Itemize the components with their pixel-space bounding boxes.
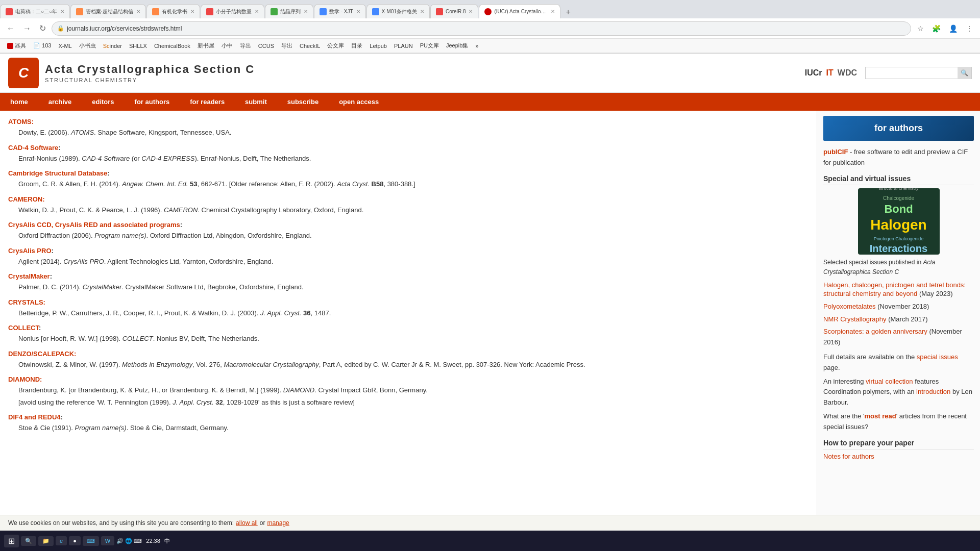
extensions-button[interactable]: 🧩 xyxy=(929,23,944,34)
search-button[interactable]: 🔍 xyxy=(958,67,971,79)
bookmark-scinder[interactable]: Scinder xyxy=(100,42,125,50)
nav-editors[interactable]: editors xyxy=(82,93,124,111)
tab-6[interactable]: 数学 - XJT ✕ xyxy=(314,4,366,18)
ref-denzo-title[interactable]: DENZO/SCALEPACK: xyxy=(8,350,808,358)
bookmark-letpub[interactable]: Letpub xyxy=(366,42,390,50)
ref-atoms-title[interactable]: ATOMS: xyxy=(8,118,808,126)
bookmark-ccus[interactable]: CCUS xyxy=(255,42,277,50)
header-iucr: IUCr xyxy=(805,68,822,78)
bookmark-xiao[interactable]: 小中 xyxy=(218,41,236,51)
ref-dif4-title[interactable]: DIF4 and REDU4: xyxy=(8,413,808,421)
tab-5[interactable]: 结晶序列 ✕ xyxy=(265,4,313,18)
ref-crysalis-pro-title[interactable]: CrysAlis PRO: xyxy=(8,247,808,255)
header-it: IT xyxy=(826,68,834,78)
taskbar-chrome[interactable]: ● xyxy=(69,536,81,545)
nav-for-authors[interactable]: for authors xyxy=(125,93,180,111)
most-read-link[interactable]: most read xyxy=(865,412,896,420)
ref-cameron-title[interactable]: CAMERON: xyxy=(8,195,808,203)
ref-cad4-entry: Enraf-Nonius (1989). CAD-4 Software (or … xyxy=(18,154,808,164)
bookmark-jeep[interactable]: Jeepib集 xyxy=(443,41,471,51)
bookmark-pulib[interactable]: PU文库 xyxy=(417,41,442,51)
tab-close-6[interactable]: ✕ xyxy=(356,9,360,14)
bookmark-xml[interactable]: X-ML xyxy=(55,42,75,50)
tab-close-7[interactable]: ✕ xyxy=(420,9,424,14)
tab-9-active[interactable]: (IUCr) Acta Crystallogra... ✕ xyxy=(479,4,560,18)
ref-cameron-entry: Watkin, D. J., Prout, C. K. & Pearce, L.… xyxy=(18,205,808,215)
ref-crysalis-assoc-title[interactable]: CrysAlis CCD, CrysAlis RED and associate… xyxy=(8,221,808,229)
ref-diamond-title[interactable]: DIAMOND: xyxy=(8,375,808,383)
taskbar-vscode[interactable]: ⌨ xyxy=(83,536,99,546)
issue-date-halogen: (May 2023) xyxy=(919,290,953,297)
address-bar[interactable]: 🔒 xyxy=(52,21,911,36)
cookie-manage-link[interactable]: manage xyxy=(267,519,289,527)
issue-date-nmr: (March 2017) xyxy=(888,315,927,323)
nav-submit[interactable]: submit xyxy=(235,93,277,111)
ref-cad4-title[interactable]: CAD-4 Software: xyxy=(8,144,808,152)
ref-cambridge-title[interactable]: Cambridge Structural Database: xyxy=(8,169,808,177)
taskbar-word[interactable]: W xyxy=(101,536,114,545)
tab-1[interactable]: 电荷稿：二○二○年 ✕ xyxy=(0,4,70,18)
nav-for-readers[interactable]: for readers xyxy=(180,93,235,111)
tab-close-4[interactable]: ✕ xyxy=(255,9,259,14)
bookmark-103[interactable]: 📄 103 xyxy=(30,41,54,50)
nav-home[interactable]: home xyxy=(0,93,38,111)
ref-crystalmaker-title[interactable]: CrystalMaker: xyxy=(8,272,808,280)
special-issues-caption: Selected special issues published in Act… xyxy=(823,258,974,277)
bookmark-xiaochong[interactable]: 小书虫 xyxy=(76,41,99,51)
cookie-allow-link[interactable]: allow all xyxy=(236,519,258,527)
bookmark-chembook[interactable]: ChemicalBook xyxy=(151,42,193,50)
special-issues-page-link[interactable]: special issues xyxy=(917,353,958,361)
issue-link-scorpio[interactable]: Scorpionates: a golden anniversary xyxy=(823,328,927,335)
bookmark-mulu[interactable]: 目录 xyxy=(348,41,365,51)
virtual-collection-link[interactable]: virtual collection xyxy=(866,378,913,385)
bookmark-gongu[interactable]: 公文库 xyxy=(324,41,347,51)
tab-2[interactable]: 管档案·超结晶结构信 ✕ xyxy=(70,4,146,18)
tab-close-9[interactable]: ✕ xyxy=(551,9,555,14)
address-input[interactable] xyxy=(67,25,905,32)
for-authors-banner[interactable]: for authors xyxy=(823,116,974,141)
tab-close-8[interactable]: ✕ xyxy=(469,9,473,14)
introduction-link[interactable]: introduction xyxy=(916,388,950,395)
nav-open-access[interactable]: open access xyxy=(329,93,389,111)
issue-link-nmr[interactable]: NMR Crystallography xyxy=(823,315,887,323)
tab-close-5[interactable]: ✕ xyxy=(304,9,308,14)
tab-close-2[interactable]: ✕ xyxy=(136,9,140,14)
bookmark-xinshu[interactable]: 新书屋 xyxy=(194,41,217,51)
bookmark-more[interactable]: » xyxy=(472,42,481,50)
back-button[interactable]: ← xyxy=(4,22,17,35)
tab-8[interactable]: CorelR.8 ✕ xyxy=(430,4,478,18)
content-area: ATOMS: Dowty, E. (2006). ATOMS. Shape So… xyxy=(0,111,980,551)
taskbar-edge[interactable]: e xyxy=(56,536,67,545)
tab-7[interactable]: X-M01条件格关 ✕ xyxy=(366,4,430,18)
tab-close-1[interactable]: ✕ xyxy=(60,9,64,14)
refresh-button[interactable]: ↻ xyxy=(37,22,48,35)
tab-close-3[interactable]: ✕ xyxy=(190,9,194,14)
menu-button[interactable]: ⋮ xyxy=(963,23,976,34)
bookmark-daochu2[interactable]: 导出 xyxy=(278,41,296,51)
ref-crystals-title[interactable]: CRYSTALS: xyxy=(8,298,808,306)
bookmark-plaun[interactable]: PLAUN xyxy=(391,42,416,50)
forward-button[interactable]: → xyxy=(20,22,34,35)
cookie-text: We use cookies on our websites, and by u… xyxy=(8,519,234,527)
nav-archive[interactable]: archive xyxy=(38,93,82,111)
search-input[interactable] xyxy=(866,68,958,78)
bookmark-shllx[interactable]: SHLLX xyxy=(126,42,150,50)
new-tab-button[interactable]: + xyxy=(563,6,573,18)
notes-for-authors-link[interactable]: Notes for authors xyxy=(823,453,874,460)
taskbar-search[interactable]: 🔍 xyxy=(21,536,36,546)
pubcif-link[interactable]: publCIF xyxy=(823,148,850,156)
bookmark-tools[interactable]: 器具 xyxy=(4,41,29,51)
issue-link-polyoxo[interactable]: Polyoxometalates xyxy=(823,303,876,310)
taskbar-files[interactable]: 📁 xyxy=(38,536,54,546)
start-button[interactable]: ⊞ xyxy=(4,535,19,547)
header-search[interactable]: 🔍 xyxy=(865,67,972,79)
ref-crystals-entry: Betteridge, P. W., Carruthers, J. R., Co… xyxy=(18,308,808,318)
account-button[interactable]: 👤 xyxy=(946,23,961,34)
ref-collect-title[interactable]: COLLECT: xyxy=(8,324,808,332)
tab-3[interactable]: 有机化学书 ✕ xyxy=(146,4,200,18)
bookmark-checkil[interactable]: CheckIL xyxy=(297,42,323,50)
tab-4[interactable]: 小分子结构数量 ✕ xyxy=(201,4,264,18)
bookmark-daochu[interactable]: 导出 xyxy=(237,41,254,51)
nav-subscribe[interactable]: subscribe xyxy=(277,93,329,111)
bookmark-button[interactable]: ☆ xyxy=(914,23,927,34)
